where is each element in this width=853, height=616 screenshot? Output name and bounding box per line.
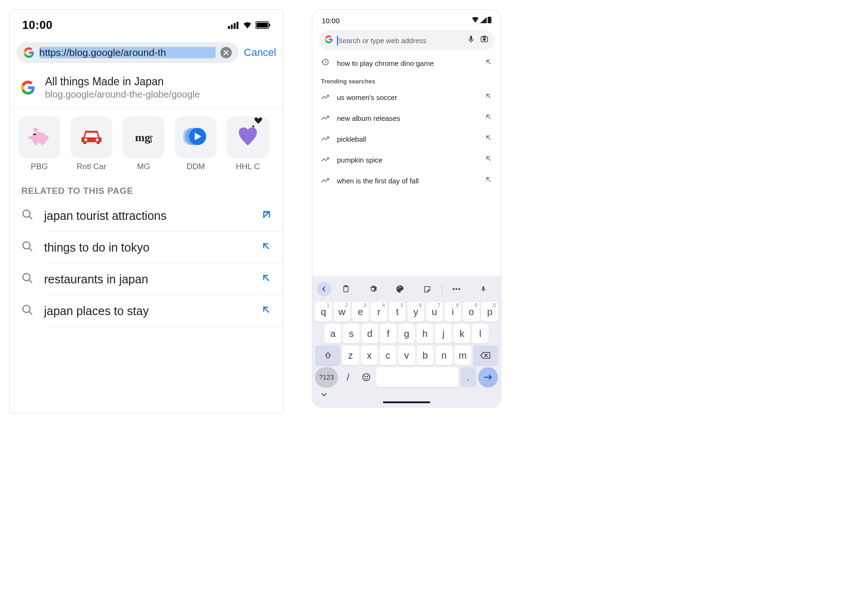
key-backspace[interactable] [473,345,498,365]
svg-rect-3 [236,22,238,29]
key-space[interactable] [376,367,458,387]
mic-icon[interactable] [467,35,475,45]
svg-line-15 [29,216,32,219]
key-z[interactable]: z [342,345,359,365]
shortcut-ddm[interactable]: DDM [172,117,219,172]
key-l[interactable]: l [472,324,489,344]
kb-divider [442,284,442,294]
insert-arrow-icon[interactable] [261,305,272,317]
trending-text: pickleball [337,135,477,143]
status-icons [228,18,271,32]
insert-arrow-icon[interactable] [485,134,492,144]
cellular-icon [228,18,239,32]
key-r[interactable]: r4 [371,302,387,322]
key-t[interactable]: t5 [389,302,406,322]
insert-arrow-icon[interactable] [485,155,492,164]
suggestion-item[interactable]: japan places to stay [10,295,283,326]
kb-gear-icon[interactable] [360,282,385,296]
search-icon [21,208,34,223]
insert-arrow-icon[interactable] [485,113,492,123]
omnibox[interactable]: https://blog.google/around-th [17,42,238,63]
kb-collapse-icon[interactable] [314,389,499,399]
insert-arrow-icon[interactable] [261,273,272,285]
shortcut-mg[interactable]: mgʃ MG [120,117,167,172]
key-p[interactable]: p0 [481,302,498,322]
key-q[interactable]: q1 [315,302,332,322]
key-u[interactable]: u7 [426,302,443,322]
key-a[interactable]: a [325,324,341,344]
shortcut-hhl[interactable]: HHL C [224,117,272,172]
svg-rect-27 [483,36,486,37]
trending-item[interactable]: pickleball [312,128,501,149]
key-x[interactable]: x [361,345,378,365]
clear-button[interactable] [220,47,232,58]
search-icon [21,272,34,286]
key-g[interactable]: g [399,324,415,344]
omnibox-placeholder[interactable]: Search or type web address [338,36,462,45]
key-y[interactable]: y6 [408,302,424,322]
history-text: how to play chrome dino game [337,59,477,67]
insert-arrow-icon[interactable] [261,241,272,254]
battery-icon [488,17,491,25]
key-enter[interactable] [478,367,498,387]
related-header: RELATED TO THIS PAGE [10,177,283,200]
cancel-button[interactable]: Cancel [244,46,276,59]
insert-arrow-icon[interactable] [261,209,272,222]
key-emoji[interactable] [358,367,374,387]
suggestion-item[interactable]: things to do in tokyo [10,232,283,263]
page-result-url: blog.google/around-the-globe/google [45,89,200,100]
shortcut-label: Rntl Car [77,162,106,172]
key-symbols[interactable]: ?123 [315,367,338,387]
svg-point-36 [458,288,460,290]
key-k[interactable]: k [454,324,470,344]
key-slash[interactable]: / [340,367,356,387]
key-shift[interactable] [315,345,340,365]
trending-item[interactable]: us women's soccer [312,87,501,108]
key-w[interactable]: w2 [334,302,350,322]
key-v[interactable]: v [398,345,415,365]
lens-icon[interactable] [480,35,489,45]
kb-mic-icon[interactable] [471,282,496,296]
kb-row-3: z x c v b n m [314,345,499,365]
kb-sticker-icon[interactable] [415,282,440,296]
key-c[interactable]: c [380,345,396,365]
suggestion-item[interactable]: restaurants in japan [10,263,283,295]
key-b[interactable]: b [417,345,434,365]
svg-point-32 [399,286,399,287]
kb-back-icon[interactable] [317,282,331,296]
key-period[interactable]: . [460,367,476,387]
suggestion-item[interactable]: japan tourist attractions [10,200,283,231]
key-s[interactable]: s [343,324,360,344]
kb-clipboard-icon[interactable] [333,282,358,296]
nav-handle[interactable] [383,401,430,403]
key-n[interactable]: n [436,345,452,365]
trending-list: us women's soccer new album releases pic… [312,87,501,191]
key-d[interactable]: d [362,324,378,344]
history-item[interactable]: how to play chrome dino game [312,52,501,74]
svg-point-35 [455,288,457,290]
kb-more-icon[interactable] [444,282,469,296]
shortcuts-row[interactable]: PBG Rntl Car mgʃ MG DDM [10,109,283,177]
trending-item[interactable]: when is the first day of fall [312,170,501,191]
insert-arrow-icon[interactable] [485,92,492,102]
shortcut-rntl-car[interactable]: Rntl Car [68,117,115,172]
kb-palette-icon[interactable] [387,282,412,296]
key-e[interactable]: e3 [352,302,369,322]
key-o[interactable]: o9 [463,302,480,322]
trending-item[interactable]: new album releases [312,108,501,128]
insert-arrow-icon[interactable] [485,176,492,185]
omnibox-url[interactable]: https://blog.google/around-th [39,47,216,58]
trending-item[interactable]: pumpkin spice [312,149,501,170]
key-h[interactable]: h [417,324,433,344]
omnibox-android[interactable]: Search or type web address [319,30,494,50]
shortcut-pbg[interactable]: PBG [16,117,63,172]
key-i[interactable]: i8 [445,302,461,322]
trending-icon [321,135,329,143]
wifi-icon [472,17,479,25]
insert-arrow-icon[interactable] [485,58,492,68]
page-result[interactable]: All things Made in Japan blog.google/aro… [10,67,283,109]
key-f[interactable]: f [380,324,397,344]
key-j[interactable]: j [435,324,452,344]
key-m[interactable]: m [454,345,471,365]
trending-text: new album releases [337,114,477,122]
